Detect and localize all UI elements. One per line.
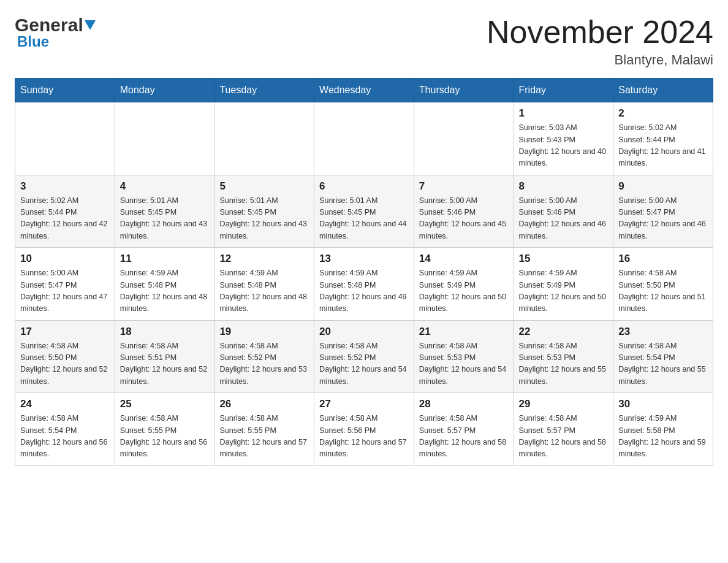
day-info: Sunrise: 5:02 AMSunset: 5:44 PMDaylight:…: [618, 122, 708, 170]
calendar-cell: 18Sunrise: 4:58 AMSunset: 5:51 PMDayligh…: [115, 320, 214, 393]
day-info: Sunrise: 4:59 AMSunset: 5:49 PMDaylight:…: [519, 267, 609, 315]
day-number: 22: [519, 326, 609, 338]
day-number: 30: [618, 398, 708, 410]
day-info: Sunrise: 4:59 AMSunset: 5:48 PMDaylight:…: [120, 267, 210, 315]
calendar-cell: 14Sunrise: 4:59 AMSunset: 5:49 PMDayligh…: [414, 248, 514, 321]
day-number: 27: [319, 398, 409, 410]
title-section: November 2024 Blantyre, Malawi: [487, 15, 713, 68]
calendar-cell: 16Sunrise: 4:58 AMSunset: 5:50 PMDayligh…: [613, 248, 713, 321]
day-number: 24: [20, 398, 110, 410]
logo-general-text: General: [15, 15, 96, 36]
calendar-cell: [15, 102, 115, 175]
day-number: 9: [618, 180, 708, 193]
day-info: Sunrise: 4:59 AMSunset: 5:49 PMDaylight:…: [419, 267, 509, 315]
day-info: Sunrise: 4:58 AMSunset: 5:50 PMDaylight:…: [20, 340, 110, 388]
day-info: Sunrise: 5:03 AMSunset: 5:43 PMDaylight:…: [519, 122, 609, 170]
calendar-cell: 8Sunrise: 5:00 AMSunset: 5:46 PMDaylight…: [514, 175, 613, 248]
calendar-cell: 17Sunrise: 4:58 AMSunset: 5:50 PMDayligh…: [15, 320, 115, 393]
calendar-week-row: 17Sunrise: 4:58 AMSunset: 5:50 PMDayligh…: [15, 320, 713, 393]
calendar-cell: 24Sunrise: 4:58 AMSunset: 5:54 PMDayligh…: [15, 393, 115, 466]
day-number: 2: [618, 107, 708, 120]
day-number: 3: [20, 180, 110, 193]
calendar-cell: 13Sunrise: 4:59 AMSunset: 5:48 PMDayligh…: [314, 248, 414, 321]
day-number: 16: [618, 253, 708, 265]
logo-triangle-icon: [85, 13, 96, 34]
day-info: Sunrise: 4:59 AMSunset: 5:48 PMDaylight:…: [219, 267, 309, 315]
day-number: 20: [319, 326, 409, 338]
day-info: Sunrise: 4:58 AMSunset: 5:52 PMDaylight:…: [219, 340, 309, 388]
calendar-table: SundayMondayTuesdayWednesdayThursdayFrid…: [15, 78, 713, 466]
calendar-cell: 19Sunrise: 4:58 AMSunset: 5:52 PMDayligh…: [214, 320, 314, 393]
calendar-cell: [214, 102, 314, 175]
col-header-tuesday: Tuesday: [214, 79, 314, 102]
calendar-cell: 21Sunrise: 4:58 AMSunset: 5:53 PMDayligh…: [414, 320, 514, 393]
day-number: 14: [419, 253, 509, 265]
day-info: Sunrise: 4:58 AMSunset: 5:54 PMDaylight:…: [20, 413, 110, 461]
calendar-cell: 30Sunrise: 4:59 AMSunset: 5:58 PMDayligh…: [613, 393, 713, 466]
calendar-cell: 6Sunrise: 5:01 AMSunset: 5:45 PMDaylight…: [314, 175, 414, 248]
calendar-cell: 27Sunrise: 4:58 AMSunset: 5:56 PMDayligh…: [314, 393, 414, 466]
day-number: 26: [219, 398, 309, 410]
day-number: 1: [519, 107, 609, 120]
calendar-week-row: 24Sunrise: 4:58 AMSunset: 5:54 PMDayligh…: [15, 393, 713, 466]
calendar-cell: 29Sunrise: 4:58 AMSunset: 5:57 PMDayligh…: [514, 393, 613, 466]
calendar-cell: 10Sunrise: 5:00 AMSunset: 5:47 PMDayligh…: [15, 248, 115, 321]
calendar-cell: [115, 102, 214, 175]
day-info: Sunrise: 4:58 AMSunset: 5:50 PMDaylight:…: [618, 267, 708, 315]
calendar-cell: 28Sunrise: 4:58 AMSunset: 5:57 PMDayligh…: [414, 393, 514, 466]
col-header-monday: Monday: [115, 79, 214, 102]
day-number: 25: [120, 398, 210, 410]
col-header-thursday: Thursday: [414, 79, 514, 102]
calendar-cell: 2Sunrise: 5:02 AMSunset: 5:44 PMDaylight…: [613, 102, 713, 175]
calendar-cell: [314, 102, 414, 175]
day-info: Sunrise: 4:58 AMSunset: 5:57 PMDaylight:…: [519, 413, 609, 461]
day-info: Sunrise: 4:58 AMSunset: 5:55 PMDaylight:…: [219, 413, 309, 461]
calendar-cell: 4Sunrise: 5:01 AMSunset: 5:45 PMDaylight…: [115, 175, 214, 248]
day-info: Sunrise: 5:01 AMSunset: 5:45 PMDaylight:…: [120, 195, 210, 243]
location-title: Blantyre, Malawi: [487, 52, 713, 68]
day-number: 15: [519, 253, 609, 265]
day-number: 8: [519, 180, 609, 193]
day-info: Sunrise: 5:01 AMSunset: 5:45 PMDaylight:…: [219, 195, 309, 243]
day-number: 28: [419, 398, 509, 410]
day-number: 13: [319, 253, 409, 265]
svg-marker-0: [85, 20, 96, 30]
day-info: Sunrise: 4:58 AMSunset: 5:53 PMDaylight:…: [519, 340, 609, 388]
day-info: Sunrise: 5:00 AMSunset: 5:47 PMDaylight:…: [20, 267, 110, 315]
calendar-cell: 1Sunrise: 5:03 AMSunset: 5:43 PMDaylight…: [514, 102, 613, 175]
calendar-cell: 25Sunrise: 4:58 AMSunset: 5:55 PMDayligh…: [115, 393, 214, 466]
day-info: Sunrise: 4:58 AMSunset: 5:55 PMDaylight:…: [120, 413, 210, 461]
day-info: Sunrise: 4:58 AMSunset: 5:52 PMDaylight:…: [319, 340, 409, 388]
calendar-cell: 5Sunrise: 5:01 AMSunset: 5:45 PMDaylight…: [214, 175, 314, 248]
day-info: Sunrise: 4:58 AMSunset: 5:57 PMDaylight:…: [419, 413, 509, 461]
calendar-cell: 7Sunrise: 5:00 AMSunset: 5:46 PMDaylight…: [414, 175, 514, 248]
day-info: Sunrise: 5:01 AMSunset: 5:45 PMDaylight:…: [319, 195, 409, 243]
calendar-cell: 26Sunrise: 4:58 AMSunset: 5:55 PMDayligh…: [214, 393, 314, 466]
day-number: 21: [419, 326, 509, 338]
calendar-cell: 3Sunrise: 5:02 AMSunset: 5:44 PMDaylight…: [15, 175, 115, 248]
day-info: Sunrise: 4:58 AMSunset: 5:53 PMDaylight:…: [419, 340, 509, 388]
day-number: 4: [120, 180, 210, 193]
day-number: 5: [219, 180, 309, 193]
col-header-wednesday: Wednesday: [314, 79, 414, 102]
day-info: Sunrise: 4:59 AMSunset: 5:48 PMDaylight:…: [319, 267, 409, 315]
calendar-header-row: SundayMondayTuesdayWednesdayThursdayFrid…: [15, 79, 713, 102]
day-info: Sunrise: 5:00 AMSunset: 5:46 PMDaylight:…: [419, 195, 509, 243]
day-number: 10: [20, 253, 110, 265]
calendar-cell: 9Sunrise: 5:00 AMSunset: 5:47 PMDaylight…: [613, 175, 713, 248]
day-info: Sunrise: 4:58 AMSunset: 5:56 PMDaylight:…: [319, 413, 409, 461]
col-header-saturday: Saturday: [613, 79, 713, 102]
day-number: 7: [419, 180, 509, 193]
calendar-week-row: 3Sunrise: 5:02 AMSunset: 5:44 PMDaylight…: [15, 175, 713, 248]
day-info: Sunrise: 4:58 AMSunset: 5:51 PMDaylight:…: [120, 340, 210, 388]
day-info: Sunrise: 5:02 AMSunset: 5:44 PMDaylight:…: [20, 195, 110, 243]
day-number: 11: [120, 253, 210, 265]
day-number: 23: [618, 326, 708, 338]
logo: General Blue: [15, 15, 96, 50]
day-number: 6: [319, 180, 409, 193]
calendar-cell: 22Sunrise: 4:58 AMSunset: 5:53 PMDayligh…: [514, 320, 613, 393]
month-title: November 2024: [487, 15, 713, 50]
calendar-cell: [414, 102, 514, 175]
day-number: 19: [219, 326, 309, 338]
day-number: 18: [120, 326, 210, 338]
